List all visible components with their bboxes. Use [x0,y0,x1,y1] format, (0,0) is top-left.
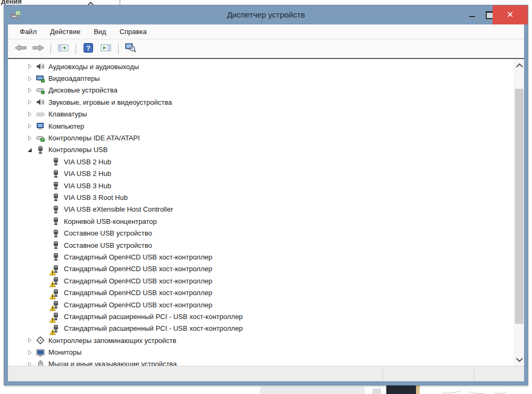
tree-item[interactable]: Стандартный OpenHCD USB хост-контроллер [8,287,514,298]
tree-item-label: Стандартный OpenHCD USB хост-контроллер [64,265,212,272]
tree-item[interactable]: Стандартный OpenHCD USB хост-контроллер [8,263,514,275]
expand-icon[interactable] [27,361,36,366]
scrollbar-thumb[interactable] [515,89,523,324]
tree-item-label: VIA USB eXtensible Host Controller [64,206,173,213]
tree-item-label: Контроллеры запоминающих устройств [48,337,176,344]
expand-icon[interactable] [27,135,36,142]
menu-item[interactable]: Действие [45,28,86,36]
usb-icon [51,288,61,298]
chevron-up-icon [516,63,523,70]
minimize-button[interactable] [463,5,481,24]
collapse-icon[interactable] [27,146,36,154]
usb-icon [51,252,61,262]
tree-item-label: Стандартный расширенный PCI - USB хост-к… [64,313,243,320]
help-icon: ? [84,43,93,55]
tree-item-label: VIA USB 3 Hub [64,182,111,189]
tree-item-label: Аудиовходы и аудиовыходы [48,63,139,70]
audio-device-icon [36,62,45,71]
expand-icon[interactable] [27,337,36,344]
tree-item-label: Компьютер [48,123,84,130]
tree-item-label: Мониторы [48,349,81,356]
vertical-scrollbar[interactable] [514,59,524,366]
background-window-strip: дения [0,0,532,5]
close-button[interactable]: ✕ [493,5,528,24]
scroll-down-button[interactable] [514,355,524,365]
console-tree-button[interactable] [56,42,71,56]
chevron-up-icon[interactable] [88,1,94,5]
scroll-up-button[interactable] [514,60,524,70]
tree-item[interactable]: VIA USB eXtensible Host Controller [8,204,514,215]
expand-icon[interactable] [27,98,36,106]
tree-item[interactable]: Контроллеры запоминающих устройств [8,334,514,346]
usb-icon [51,216,61,226]
tree-item[interactable]: VIA USB 2 Hub [8,168,514,180]
menu-item[interactable]: Вид [88,28,112,36]
device-manager-window: Диспетчер устройств ✕ ФайлДействиеВидСпр… [4,5,528,385]
expand-icon[interactable] [27,63,36,70]
console-tree-icon [58,44,69,54]
close-icon: ✕ [506,11,513,19]
tree-item[interactable]: Стандартный OpenHCD USB хост-контроллер [8,275,514,287]
tree-item-label: Стандартный OpenHCD USB хост-контроллер [64,278,212,284]
expand-icon[interactable] [27,349,36,356]
tree-item[interactable]: Мыши и иные указывающие устройства [8,358,514,366]
toolbar-separator [76,44,76,54]
usb-icon [51,240,61,250]
tree-item[interactable]: Стандартный OpenHCD USB хост-контроллер [8,251,514,263]
warning-icon [49,305,56,311]
tree-item-label: Стандартный OpenHCD USB хост-контроллер [64,289,212,296]
tree-item[interactable]: VIA USB 3 Hub [8,180,514,191]
tree-item[interactable]: Аудиовходы и аудиовыходы [8,61,514,72]
titlebar[interactable]: Диспетчер устройств ✕ [4,5,528,24]
status-bar [8,366,524,381]
forward-button[interactable] [31,42,46,56]
scan-hardware-button[interactable] [123,42,138,56]
menu-item[interactable]: Справка [114,28,152,36]
usb-icon [51,229,61,238]
tree-item-label: Стандартный расширенный PCI - USB хост-к… [64,325,243,332]
tree-item[interactable]: Стандартный OpenHCD USB хост-контроллер [8,299,514,311]
warning-icon [49,269,56,275]
tree-item[interactable]: Корневой USB-концентратор [8,215,514,227]
expand-icon[interactable] [27,75,36,82]
storage-controller-icon [36,336,45,345]
tree-item[interactable]: Видеоадаптеры [8,72,514,84]
tree-item[interactable]: Контроллеры USB [8,144,514,156]
tree-item[interactable]: Клавиатуры [8,108,514,120]
toolbar-separator [118,44,119,54]
toolbar-separator [51,44,51,54]
expand-icon[interactable] [27,111,36,118]
tree-item[interactable]: Звуковые, игровые и видеоустройства [8,96,514,108]
usb-icon [51,157,61,166]
computer-icon [36,121,45,131]
warning-icon [49,329,56,334]
device-tree: Аудиовходы и аудиовыходыВидеоадаптерыДис… [8,59,514,366]
tree-item-label: Стандартный OpenHCD USB хост-контроллер [64,301,212,308]
disk-drive-icon [36,86,45,95]
expand-icon[interactable] [27,87,36,94]
action-pane-button[interactable] [98,42,113,56]
chevron-down-icon [516,355,523,362]
tree-item-label: Мыши и иные указывающие устройства [48,361,177,366]
tree-item[interactable]: VIA USB 3 Root Hub [8,191,514,203]
tree-item[interactable]: Контроллеры IDE ATA/ATAPI [8,132,514,144]
menu-item[interactable]: Файл [14,28,42,36]
tree-item[interactable]: Стандартный расширенный PCI - USB хост-к… [8,311,514,322]
tree-item[interactable]: Стандартный расширенный PCI - USB хост-к… [8,323,514,334]
back-button[interactable] [13,42,28,56]
menu-bar: ФайлДействиеВидСправка [8,24,524,39]
ide-controller-icon [36,133,45,143]
tree-item[interactable]: Мониторы [8,346,514,358]
status-bar-divider [383,368,383,380]
toolbar: ? [8,39,524,58]
content-area: Аудиовходы и аудиовыходыВидеоадаптерыДис… [8,58,524,366]
expand-icon[interactable] [27,122,36,130]
tree-item[interactable]: Дисковые устройства [8,85,514,96]
tree-item[interactable]: Составное USB устройство [8,227,514,239]
help-button[interactable]: ? [81,42,96,56]
tree-item[interactable]: Составное USB устройство [8,239,514,251]
tree-item[interactable]: VIA USB 2 Hub [8,156,514,167]
tree-item[interactable]: Компьютер [8,120,514,132]
usb-icon [36,145,45,155]
tree-item-label: Контроллеры USB [48,146,107,153]
